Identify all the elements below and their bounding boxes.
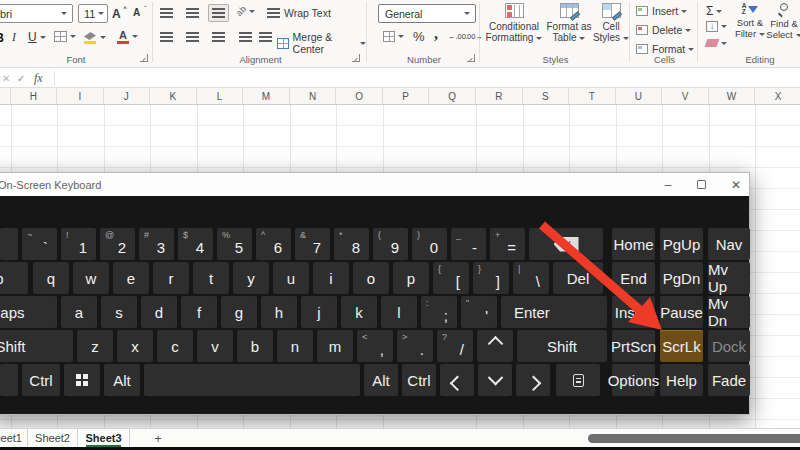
insert-cells-button[interactable]: Insert bbox=[636, 5, 687, 17]
key-m[interactable]: m bbox=[317, 330, 353, 362]
key-x[interactable]: x bbox=[117, 330, 153, 362]
key-k[interactable]: k bbox=[341, 296, 377, 328]
arrow-up-key[interactable] bbox=[477, 330, 513, 362]
fn-key-partial[interactable] bbox=[0, 364, 18, 396]
delete-cells-button[interactable]: Delete bbox=[636, 24, 691, 36]
key-b[interactable]: b bbox=[237, 330, 273, 362]
key-Home[interactable]: Home bbox=[612, 228, 655, 260]
cell-styles-button[interactable]: Cell Styles bbox=[594, 3, 628, 43]
fill-color-button[interactable] bbox=[84, 30, 106, 44]
key-z[interactable]: z bbox=[77, 330, 113, 362]
number-format-select[interactable]: General bbox=[378, 4, 476, 23]
key-n[interactable]: n bbox=[277, 330, 313, 362]
key-d[interactable]: d bbox=[141, 296, 177, 328]
key--[interactable]: _- bbox=[451, 228, 486, 260]
column-header-U[interactable]: U bbox=[616, 88, 663, 104]
column-header-O[interactable]: O bbox=[336, 88, 383, 104]
key-Nav[interactable]: Nav bbox=[708, 228, 750, 260]
osk-titlebar[interactable]: On-Screen Keyboard – ✕ bbox=[0, 173, 749, 196]
key-g[interactable]: g bbox=[221, 296, 257, 328]
grow-font-button[interactable]: A^ bbox=[112, 7, 121, 21]
windows-key[interactable] bbox=[64, 364, 100, 396]
merge-center-button[interactable]: Merge & Center bbox=[277, 31, 366, 55]
wrap-text-button[interactable]: Wrap Text bbox=[267, 7, 331, 19]
key-r[interactable]: r bbox=[153, 262, 189, 294]
key-4[interactable]: $4 bbox=[178, 228, 213, 260]
autosum-button[interactable]: Σ bbox=[706, 4, 722, 18]
enter-button[interactable]: ✓ bbox=[17, 68, 25, 88]
backtick-key[interactable]: ~` bbox=[22, 228, 57, 260]
tab-key[interactable]: Tab bbox=[0, 262, 28, 294]
column-header-H[interactable]: H bbox=[11, 88, 58, 104]
key-a[interactable]: a bbox=[61, 296, 97, 328]
sort-filter-button[interactable]: AZ Sort & Filter bbox=[733, 3, 767, 39]
percent-style-button[interactable]: % bbox=[413, 29, 425, 44]
key-=[interactable]: += bbox=[490, 228, 525, 260]
key-w[interactable]: w bbox=[73, 262, 109, 294]
menu-key[interactable] bbox=[556, 364, 600, 396]
fade-key[interactable]: Fade bbox=[708, 364, 750, 396]
key-u[interactable]: u bbox=[273, 262, 309, 294]
maximize-button[interactable] bbox=[690, 173, 712, 196]
bottom-align-button[interactable] bbox=[208, 4, 229, 22]
increase-indent-button[interactable] bbox=[259, 32, 272, 42]
key-v[interactable]: v bbox=[197, 330, 233, 362]
key-p[interactable]: p bbox=[393, 262, 429, 294]
font-color-button[interactable]: A bbox=[117, 29, 138, 44]
column-header-P[interactable]: P bbox=[383, 88, 430, 104]
column-header-T[interactable]: T bbox=[569, 88, 616, 104]
key-\[interactable]: |\ bbox=[513, 262, 549, 294]
column-header-R[interactable]: R bbox=[476, 88, 523, 104]
key-c[interactable]: c bbox=[157, 330, 193, 362]
increase-decimal-button[interactable]: ←.00 bbox=[448, 32, 466, 41]
underline-button[interactable]: U bbox=[28, 30, 46, 44]
column-header-V[interactable]: V bbox=[662, 88, 709, 104]
key-l[interactable]: l bbox=[381, 296, 417, 328]
align-left-button[interactable] bbox=[160, 32, 173, 42]
key-o[interactable]: o bbox=[353, 262, 389, 294]
sheet-tab-Sheet1[interactable]: Sheet1 bbox=[0, 429, 28, 447]
right-shift-key[interactable]: Shift bbox=[517, 330, 607, 362]
key-Pause[interactable]: Pause bbox=[660, 296, 703, 328]
column-header-S[interactable]: S bbox=[523, 88, 570, 104]
borders-button[interactable] bbox=[54, 31, 76, 42]
key-1[interactable]: !1 bbox=[61, 228, 96, 260]
key-i[interactable]: i bbox=[313, 262, 349, 294]
key-Del[interactable]: Del bbox=[553, 262, 603, 294]
key-Insert[interactable]: Insert bbox=[612, 296, 655, 328]
key-Ctrl[interactable]: Ctrl bbox=[402, 364, 436, 396]
column-header-M[interactable]: M bbox=[243, 88, 290, 104]
clear-button[interactable] bbox=[706, 39, 727, 47]
arrow-left-key[interactable] bbox=[440, 364, 474, 396]
key-/[interactable]: ?/ bbox=[437, 330, 473, 362]
key-Alt[interactable]: Alt bbox=[364, 364, 398, 396]
alignment-dialog-launcher[interactable] bbox=[352, 54, 360, 62]
font-dialog-launcher[interactable] bbox=[140, 54, 148, 62]
minimize-button[interactable]: – bbox=[657, 173, 679, 196]
accounting-format-button[interactable] bbox=[383, 31, 404, 42]
cancel-button[interactable]: ✕ bbox=[2, 68, 10, 88]
column-header-partial[interactable] bbox=[0, 88, 11, 104]
italic-button[interactable]: I bbox=[12, 30, 16, 45]
key-e[interactable]: e bbox=[113, 262, 149, 294]
key-h[interactable]: h bbox=[261, 296, 297, 328]
insert-function-button[interactable]: fx bbox=[34, 68, 43, 88]
scrlk-key[interactable]: ScrLk bbox=[660, 330, 703, 362]
decrease-decimal-button[interactable]: .00→ bbox=[465, 32, 483, 41]
find-select-button[interactable]: Find & Select bbox=[768, 3, 800, 40]
arrow-down-key[interactable] bbox=[478, 364, 512, 396]
bold-button[interactable]: B bbox=[0, 28, 6, 47]
key-PrtScn[interactable]: PrtScn bbox=[612, 330, 655, 362]
column-header-Q[interactable]: Q bbox=[429, 88, 476, 104]
shrink-font-button[interactable]: Aˇ bbox=[133, 7, 140, 18]
column-header-L[interactable]: L bbox=[197, 88, 244, 104]
key-End[interactable]: End bbox=[612, 262, 655, 294]
key-PgUp[interactable]: PgUp bbox=[660, 228, 703, 260]
key-f[interactable]: f bbox=[181, 296, 217, 328]
close-button[interactable]: ✕ bbox=[725, 173, 747, 196]
key-6[interactable]: ^6 bbox=[256, 228, 291, 260]
column-header-K[interactable]: K bbox=[150, 88, 197, 104]
font-name-select[interactable]: Calibri bbox=[0, 4, 73, 23]
fill-button[interactable]: ↓ bbox=[706, 21, 727, 32]
key-Mv Up[interactable]: Mv Up bbox=[708, 262, 750, 294]
